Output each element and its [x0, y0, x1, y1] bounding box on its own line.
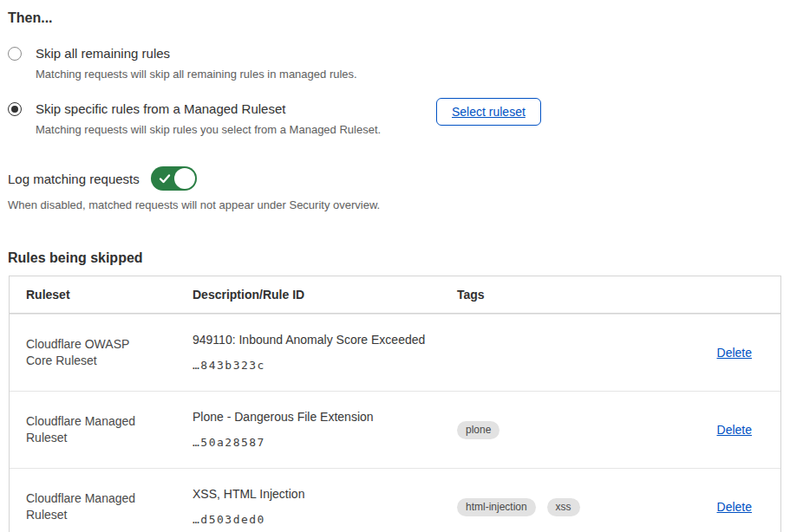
column-header-actions: [660, 283, 780, 306]
actions-cell: Delete: [660, 328, 780, 379]
waf-rule-action-panel: Then... Skip all remaining rules Matchin…: [0, 0, 790, 532]
log-matching-label: Log matching requests: [8, 172, 140, 186]
rule-id: …843b323c: [193, 357, 432, 373]
delete-link[interactable]: Delete: [717, 346, 752, 360]
ruleset-name: Cloudflare Managed Ruleset: [10, 473, 161, 532]
delete-link[interactable]: Delete: [717, 423, 752, 437]
radio-option-texts: Skip specific rules from a Managed Rules…: [36, 101, 436, 137]
radio-option-skip-all[interactable]: Skip all remaining rules Matching reques…: [8, 46, 781, 81]
tags-cell: html-injection xss: [441, 481, 660, 532]
rules-skipped-table: Ruleset Description/Rule ID Tags Cloudfl…: [9, 276, 781, 532]
radio-desc-skip-specific: Matching requests will skip rules you se…: [36, 123, 436, 137]
rule-description-cell: Plone - Dangerous File Extension …50a285…: [176, 392, 441, 468]
rule-id: …50a28587: [193, 434, 432, 451]
tag-badge: html-injection: [457, 498, 536, 516]
ruleset-name: Cloudflare Managed Ruleset: [10, 396, 161, 464]
ruleset-name: Cloudflare OWASP Core Ruleset: [10, 319, 161, 386]
tags-cell: [441, 335, 660, 370]
radio-button-icon[interactable]: [8, 47, 22, 61]
table-row: Cloudflare Managed Ruleset Plone - Dange…: [10, 391, 780, 468]
rule-description-cell: XSS, HTML Injection …d503ded0: [176, 469, 441, 532]
table-row: Cloudflare OWASP Core Ruleset 949110: In…: [10, 314, 780, 391]
column-header-ruleset: Ruleset: [10, 276, 176, 313]
radio-desc-skip-all: Matching requests will skip all remainin…: [36, 68, 357, 81]
log-matching-description: When disabled, matched requests will not…: [8, 198, 781, 212]
toggle-knob[interactable]: [174, 168, 195, 189]
rules-table-title: Rules being skipped: [8, 250, 781, 266]
rule-description: XSS, HTML Injection: [193, 486, 432, 503]
radio-button-selected-icon[interactable]: [8, 102, 22, 116]
log-matching-row: Log matching requests: [8, 166, 781, 191]
radio-option-texts: Skip all remaining rules Matching reques…: [36, 46, 357, 81]
checkmark-icon: [159, 172, 171, 185]
rule-description-cell: 949110: Inbound Anomaly Score Exceeded ……: [176, 315, 441, 391]
tags-cell: plone: [441, 404, 660, 457]
radio-label-skip-all[interactable]: Skip all remaining rules: [36, 46, 357, 62]
actions-cell: Delete: [660, 482, 780, 532]
table-header-row: Ruleset Description/Rule ID Tags: [10, 276, 780, 314]
radio-label-skip-specific[interactable]: Skip specific rules from a Managed Rules…: [36, 101, 436, 117]
rule-description: 949110: Inbound Anomaly Score Exceeded: [193, 332, 432, 348]
column-header-tags: Tags: [441, 276, 660, 313]
select-ruleset-button[interactable]: Select ruleset: [436, 98, 541, 126]
tag-badge: xss: [547, 498, 580, 516]
radio-option-skip-specific[interactable]: Skip specific rules from a Managed Rules…: [8, 101, 781, 137]
rule-id: …d503ded0: [193, 511, 432, 528]
tag-badge: plone: [457, 421, 499, 439]
column-header-description: Description/Rule ID: [176, 276, 441, 313]
actions-cell: Delete: [660, 405, 780, 456]
then-section-title: Then...: [8, 10, 781, 26]
log-toggle-switch[interactable]: [151, 166, 197, 191]
delete-link[interactable]: Delete: [717, 500, 752, 514]
table-row: Cloudflare Managed Ruleset XSS, HTML Inj…: [10, 468, 780, 532]
rule-description: Plone - Dangerous File Extension: [193, 409, 432, 425]
